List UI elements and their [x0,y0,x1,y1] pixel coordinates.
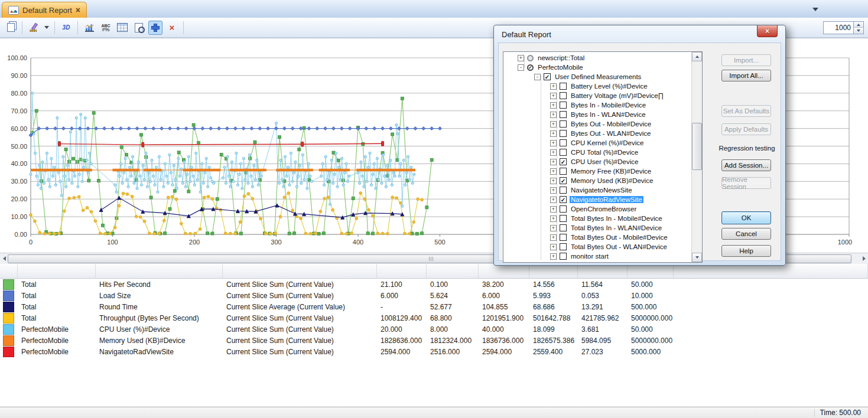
table-row[interactable]: Total Round Time Current Slice Average (… [0,301,868,312]
tree-item-label[interactable]: newscript::Total [537,54,586,61]
tree-item-label[interactable]: CPU Kernel (%)#Device [570,139,645,146]
expand-toggle-icon[interactable]: + [550,234,557,241]
x-axis-max-input[interactable]: 1000 [823,21,854,34]
cancel-button[interactable]: Cancel [721,228,771,240]
checkbox-icon[interactable] [560,130,567,137]
tree-item-label[interactable]: monitor start [570,253,610,260]
help-button[interactable]: Help [721,245,771,257]
table-header-cell[interactable] [96,264,223,278]
tree-item[interactable]: + NavigatetoNewsSite [503,185,692,195]
tab-overflow-dropdown-icon[interactable] [812,8,818,11]
expand-toggle-icon[interactable]: + [550,83,557,90]
tree-item[interactable]: - PerfectoMobile [503,63,692,72]
remove-measurement-button[interactable]: × [165,21,179,35]
checkbox-icon[interactable] [544,73,551,80]
tree-item-label[interactable]: CPU User (%)#Device [570,158,639,165]
checkbox-icon[interactable] [560,196,567,203]
table-header-cell[interactable] [578,264,628,278]
spin-down-button[interactable] [854,27,863,33]
table-header-cell[interactable] [377,264,427,278]
checkbox-icon[interactable] [560,111,567,118]
paint-format-dropdown[interactable] [43,21,50,35]
expand-toggle-icon[interactable]: + [550,102,557,109]
checkbox-icon[interactable] [527,55,534,61]
tree-item-label[interactable]: PerfectoMobile [537,64,584,71]
table-header-cell[interactable] [0,264,18,278]
tree-item-label[interactable]: Bytes In - WLAN#Device [570,111,647,118]
tree-item-label[interactable]: OpenChromeBrowser [570,205,638,213]
tree-item[interactable]: + OpenChromeBrowser [503,204,692,214]
checkbox-icon[interactable] [560,215,567,222]
labels-button[interactable]: ABC #% [99,21,113,35]
checkbox-icon[interactable] [560,149,567,156]
scroll-right-button[interactable] [860,254,867,262]
tree-item-label[interactable]: Memory Free (KB)#Device [570,168,652,175]
tree-item[interactable]: + Total Bytes In - Mobile#Device [503,214,692,223]
tree-item-label[interactable]: NavigatetoNewsSite [570,187,633,194]
tree-item-label[interactable]: Bytes Out - WLAN#Device [570,130,652,137]
tree-item[interactable]: + Total Bytes In - WLAN#Device [503,223,692,233]
table-header-cell[interactable] [223,264,377,278]
tree-item[interactable]: + Battery Level (%)#Device [503,81,692,91]
table-row[interactable]: PerfectoMobile CPU User (%)#Device Curre… [0,324,868,335]
table-row[interactable]: Total Throughput (Bytes Per Second) Curr… [0,312,868,324]
checkbox-icon[interactable] [560,158,567,165]
table-header-cell[interactable] [674,264,868,278]
tree-item[interactable]: + CPU User (%)#Device [503,157,692,166]
paint-format-button[interactable] [27,21,41,35]
expand-toggle-icon[interactable]: + [518,55,524,61]
tree-item-label[interactable]: User Defined Measurements [554,73,642,80]
preview-button[interactable] [132,21,146,35]
tree-item-label[interactable]: Total Bytes In - Mobile#Device [570,215,664,222]
tree-item[interactable]: - User Defined Measurements [503,72,692,81]
expand-toggle-icon[interactable]: - [534,74,541,80]
expand-toggle-icon[interactable]: + [550,168,557,175]
tree-item-label[interactable]: Battery Voltage (mV)#Device∏ [570,92,665,99]
tree-item[interactable]: + Bytes Out - Mobile#Device [503,119,692,129]
tree-item-label[interactable]: Total Bytes Out - Mobile#Device [570,234,669,241]
spin-up-button[interactable] [854,22,863,27]
three-d-view-button[interactable]: 3D [59,21,73,35]
checkbox-icon[interactable] [560,224,567,231]
checkbox-icon[interactable] [560,168,567,175]
tree-item-label[interactable]: Bytes In - Mobile#Device [570,102,647,109]
tree-item-label[interactable]: Battery Level (%)#Device [570,83,649,90]
tree-scroll-up-button[interactable] [692,52,702,61]
table-row[interactable]: PerfectoMobile Memory Used (KB)#Device C… [0,335,868,346]
tree-item[interactable]: + Total Bytes Out - Mobile#Device [503,233,692,242]
table-header-cell[interactable] [479,264,529,278]
table-header-cell[interactable] [529,264,578,278]
table-row[interactable]: Total Load Size Current Slice Sum (Curre… [0,290,868,301]
checkbox-icon[interactable] [560,187,567,194]
tree-item[interactable]: + NavigatetoRadViewSite [503,195,692,204]
add-session-button[interactable]: Add Session... [721,159,771,171]
table-row[interactable]: PerfectoMobile NavigatetoRadViewSite Cur… [0,346,868,357]
expand-toggle-icon[interactable]: + [550,121,557,128]
expand-toggle-icon[interactable]: + [550,93,557,99]
expand-toggle-icon[interactable]: + [550,112,557,118]
expand-toggle-icon[interactable]: + [550,197,557,203]
checkbox-icon[interactable] [527,64,534,71]
dialog-close-button[interactable]: × [757,25,778,37]
expand-toggle-icon[interactable]: + [550,206,557,213]
expand-toggle-icon[interactable]: + [550,215,557,222]
expand-toggle-icon[interactable]: + [550,187,557,194]
tab-default-report[interactable]: Default Report × [2,2,87,18]
tree-item[interactable]: + monitor start [503,252,692,261]
checkbox-icon[interactable] [560,83,567,90]
tree-item[interactable]: + Bytes Out - WLAN#Device [503,129,692,138]
add-measurement-button[interactable] [148,21,162,35]
checkbox-icon[interactable] [560,139,567,146]
ok-button[interactable]: OK [721,211,771,224]
checkbox-icon[interactable] [560,102,567,109]
expand-toggle-icon[interactable]: + [550,178,557,184]
expand-toggle-icon[interactable]: - [518,64,524,71]
table-header-cell[interactable] [628,264,674,278]
tree-item[interactable]: + Memory Free (KB)#Device [503,166,692,176]
checkbox-icon[interactable] [560,234,567,241]
expand-toggle-icon[interactable]: + [550,140,557,146]
tree-item-label[interactable]: Bytes Out - Mobile#Device [570,120,652,128]
tree-item[interactable]: + Bytes In - WLAN#Device [503,110,692,119]
tree-item-label[interactable]: CPU Total (%)#Device [570,149,639,156]
expand-toggle-icon[interactable]: + [550,253,557,260]
